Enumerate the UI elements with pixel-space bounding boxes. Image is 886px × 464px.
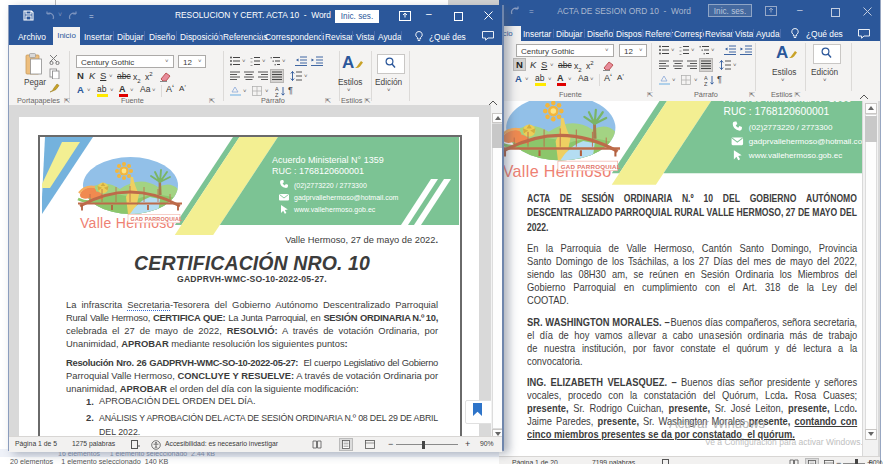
svg-text:Z: Z [704,81,708,87]
